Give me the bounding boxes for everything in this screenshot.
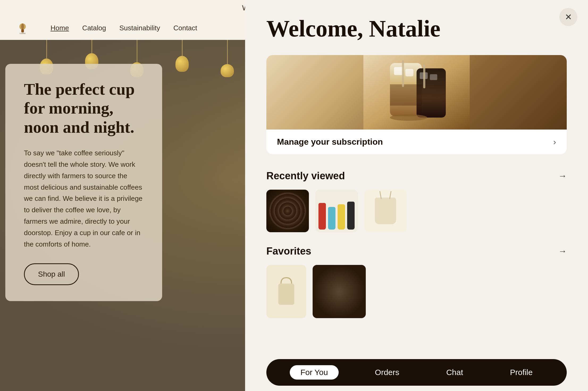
favorites-header: Favorites → bbox=[245, 240, 588, 262]
svg-rect-14 bbox=[423, 64, 425, 88]
product-thumb-bags[interactable] bbox=[315, 190, 358, 232]
bag-black bbox=[347, 202, 355, 230]
tab-for-you[interactable]: For You bbox=[290, 365, 338, 380]
user-panel: ✕ Welcome, Natalie bbox=[245, 0, 588, 391]
favorites-products bbox=[245, 262, 588, 326]
close-button[interactable]: ✕ bbox=[559, 8, 577, 26]
tote-image bbox=[364, 190, 407, 232]
svg-rect-6 bbox=[394, 67, 403, 75]
nav-links: Home Catalog Sustainability Contact bbox=[51, 24, 197, 32]
welcome-heading: Welcome, Natalie bbox=[245, 0, 588, 50]
coffee-cups-illustration bbox=[363, 55, 470, 130]
svg-rect-7 bbox=[405, 69, 413, 76]
subscription-footer: Manage your subscription › bbox=[266, 130, 567, 154]
nav-home[interactable]: Home bbox=[51, 24, 69, 32]
fav-thumb-beans[interactable] bbox=[313, 265, 366, 318]
fav-tote-svg bbox=[274, 276, 298, 307]
fav-thumb-tote[interactable] bbox=[266, 265, 306, 318]
svg-rect-13 bbox=[402, 60, 404, 87]
tab-chat[interactable]: Chat bbox=[436, 365, 474, 380]
subscription-arrow[interactable]: › bbox=[553, 137, 556, 147]
bag-red bbox=[318, 203, 326, 230]
bottom-nav: For You Orders Chat Profile bbox=[266, 359, 567, 386]
recently-viewed-title: Recently viewed bbox=[266, 170, 345, 182]
svg-text:COFFEE: COFFEE bbox=[20, 33, 26, 34]
logo-icon: COFFEE bbox=[16, 21, 29, 35]
bulb-4 bbox=[175, 40, 189, 77]
svg-point-1 bbox=[21, 23, 24, 30]
favorites-arrow[interactable]: → bbox=[558, 246, 567, 256]
product-thumb-tote[interactable] bbox=[364, 190, 407, 232]
beans-image bbox=[266, 190, 309, 232]
bulb-5 bbox=[221, 40, 234, 77]
recently-viewed-header: Recently viewed → bbox=[245, 165, 588, 187]
svg-rect-11 bbox=[430, 74, 437, 80]
nav-catalog[interactable]: Catalog bbox=[82, 24, 106, 32]
nav-sustainability[interactable]: Sustainability bbox=[119, 24, 160, 32]
logo: COFFEE bbox=[16, 21, 29, 35]
tote-shape bbox=[375, 198, 396, 224]
svg-point-12 bbox=[390, 114, 427, 121]
shop-all-button[interactable]: Shop all bbox=[24, 263, 79, 285]
subscription-label: Manage your subscription bbox=[277, 137, 383, 147]
bags-image bbox=[315, 190, 358, 232]
favorites-title: Favorites bbox=[266, 246, 311, 257]
svg-rect-2 bbox=[21, 29, 24, 32]
subscription-card[interactable]: Manage your subscription › bbox=[266, 55, 567, 154]
bag-yellow bbox=[338, 204, 345, 230]
bag-blue bbox=[328, 207, 335, 230]
product-thumb-beans[interactable] bbox=[266, 190, 309, 232]
tab-profile[interactable]: Profile bbox=[499, 365, 543, 380]
svg-rect-15 bbox=[278, 284, 294, 305]
recently-viewed-arrow[interactable]: → bbox=[558, 171, 567, 181]
tab-orders[interactable]: Orders bbox=[364, 365, 410, 380]
nav-contact[interactable]: Contact bbox=[173, 24, 197, 32]
recently-viewed-products bbox=[245, 187, 588, 240]
hero-content-card: The perfect cup for morning, noon and ni… bbox=[5, 64, 162, 301]
hero-title: The perfect cup for morning, noon and ni… bbox=[24, 80, 144, 137]
subscription-image bbox=[266, 55, 567, 130]
hero-description: To say we "take coffee seriously" doesn'… bbox=[24, 147, 144, 250]
